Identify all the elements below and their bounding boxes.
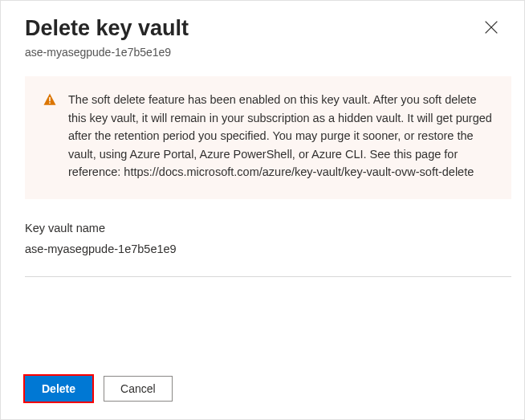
delete-button[interactable]: Delete bbox=[25, 376, 92, 402]
delete-key-vault-panel: Delete key vault ase-myasegpude-1e7b5e1e… bbox=[1, 1, 524, 419]
warning-text: The soft delete feature has been enabled… bbox=[68, 91, 494, 181]
close-button[interactable] bbox=[482, 18, 500, 36]
panel-subtitle: ase-myasegpude-1e7b5e1e9 bbox=[25, 46, 500, 59]
close-icon bbox=[482, 18, 500, 36]
divider bbox=[25, 276, 511, 277]
cancel-button[interactable]: Cancel bbox=[104, 376, 173, 402]
panel-title: Delete key vault bbox=[25, 15, 500, 41]
warning-box: The soft delete feature has been enabled… bbox=[25, 76, 511, 198]
footer: Delete Cancel bbox=[1, 360, 524, 419]
key-vault-name-label: Key vault name bbox=[25, 222, 511, 234]
svg-rect-2 bbox=[49, 97, 51, 101]
scroll-area[interactable]: The soft delete feature has been enabled… bbox=[1, 68, 524, 360]
panel-header: Delete key vault ase-myasegpude-1e7b5e1e… bbox=[1, 1, 524, 68]
warning-icon bbox=[43, 92, 57, 107]
svg-rect-3 bbox=[49, 103, 51, 104]
key-vault-name-value: ase-myasegpude-1e7b5e1e9 bbox=[25, 243, 511, 255]
